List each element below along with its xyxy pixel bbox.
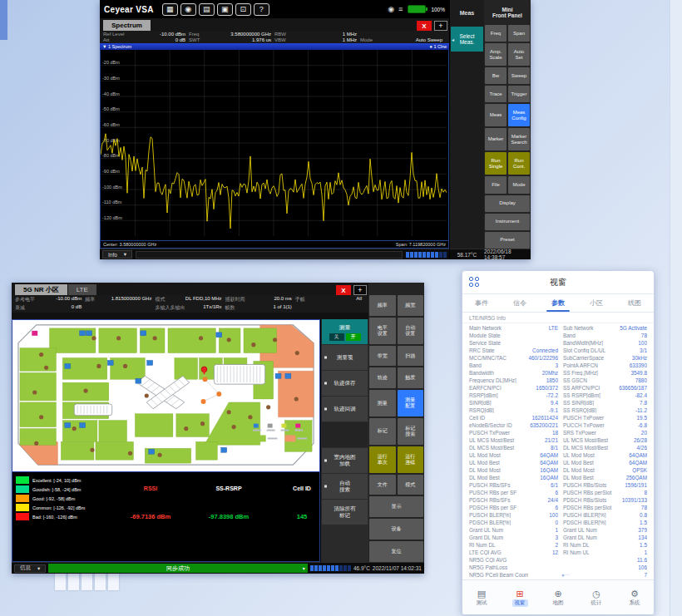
tab-lte[interactable]: LTE xyxy=(68,284,96,295)
display-button[interactable]: Display xyxy=(485,195,530,212)
meas-config-button[interactable]: 测量配置 xyxy=(398,390,424,416)
toggle-off[interactable]: 关 xyxy=(329,333,344,341)
mode-button[interactable]: Mode xyxy=(508,176,530,193)
param-value: 21/21 xyxy=(528,437,558,443)
freq-button[interactable]: Freq xyxy=(485,25,507,42)
layout-icon[interactable]: ▦ xyxy=(162,3,178,16)
nav-system[interactable]: ⚙系统 xyxy=(620,589,649,607)
sync-status-bar[interactable]: 同步成功 ▾ xyxy=(48,564,308,573)
trace-button[interactable]: 轨迹 xyxy=(369,367,396,388)
apps-grid-icon[interactable] xyxy=(469,277,480,288)
meas-button[interactable]: Meas xyxy=(485,104,507,126)
camera-icon[interactable]: ⊡ xyxy=(235,3,251,16)
tab-线图[interactable]: 线图 xyxy=(615,294,654,312)
measurement-dot xyxy=(96,364,101,368)
preset-button[interactable]: Preset xyxy=(485,232,530,249)
legend-swatch xyxy=(16,513,29,520)
vsa-statusbar: Info ▾ xyxy=(100,249,449,259)
level-set-button[interactable]: 电平设置 xyxy=(369,318,396,344)
folder-icon[interactable]: ▤ xyxy=(199,3,215,16)
measurement-dot xyxy=(295,351,299,355)
center-freq-label: Center: 3.580000000 GHz xyxy=(103,242,156,247)
run-single-button[interactable]: 运行单次 xyxy=(369,446,396,473)
soft-meas-items[interactable]: 测量项 xyxy=(322,345,368,370)
y-axis-label: -110 dBm xyxy=(102,200,122,205)
soft-trace-recall[interactable]: 轨迹回调 xyxy=(322,397,368,421)
map-legend-swatch xyxy=(281,424,286,428)
measurement-readout: Excellent: [-24, 10] dBmGoodish: [-58, -… xyxy=(12,472,320,562)
param-label: Slot Config DL/UL xyxy=(558,347,617,353)
param-value: LTE xyxy=(528,325,558,331)
add-tab-button[interactable]: + xyxy=(434,21,447,31)
tab-小区[interactable]: 小区 xyxy=(577,294,615,312)
front-panel-buttons: FreqSpanAmp.ScaleAutoSetBwSweepTraceTrig… xyxy=(484,25,531,249)
pin-icon[interactable]: ◉ xyxy=(388,5,394,13)
instrument-button[interactable]: Instrument xyxy=(485,214,530,230)
help-icon[interactable]: ? xyxy=(254,3,269,16)
meas-config-button[interactable]: MeasConfig xyxy=(508,104,530,126)
display-icon[interactable]: ▣ xyxy=(217,3,233,16)
marker-search-button[interactable]: MarkerSearch xyxy=(508,128,530,150)
progress-segment xyxy=(343,565,347,571)
tab-信令[interactable]: 信令 xyxy=(501,294,539,312)
close-tab-button[interactable]: X xyxy=(417,21,432,31)
trace-header-bar[interactable]: ▼ 1 Spectrum ● 1 Clrw xyxy=(100,43,449,50)
tab-spectrum[interactable]: Spectrum xyxy=(103,20,151,31)
info-label: 信息 xyxy=(20,564,31,572)
close-tab-button[interactable]: X xyxy=(336,285,351,295)
vsa-tab-bar: Spectrum X + xyxy=(100,18,449,31)
info-dropdown[interactable]: 信息 ▾ xyxy=(14,564,46,573)
select-meas-button[interactable]: Select Meas. xyxy=(451,27,483,52)
indoor-map[interactable] xyxy=(12,319,320,472)
display-button[interactable]: 显示 xyxy=(369,496,423,517)
param-label: EARFCN/PCI xyxy=(469,385,528,391)
auto-set-button[interactable]: 自动设置 xyxy=(398,318,424,344)
soft-trace-save[interactable]: 轨迹保存 xyxy=(322,371,368,396)
amp-scale-button[interactable]: Amp.Scale xyxy=(485,43,507,66)
meas-toggle[interactable]: 测量 关 开 xyxy=(322,319,368,344)
nav-stats[interactable]: ◷统计 xyxy=(582,589,610,607)
add-tab-button[interactable]: + xyxy=(353,285,367,295)
trigger-button[interactable]: Trigger xyxy=(508,86,530,102)
freq-button[interactable]: 频率 xyxy=(369,295,396,316)
bw-button[interactable]: 带宽 xyxy=(369,346,396,367)
bw-button[interactable]: Bw xyxy=(485,67,507,84)
meas-button[interactable]: 测量 xyxy=(369,390,396,416)
auto-set-button[interactable]: AutoSet xyxy=(508,43,530,66)
run-single-button[interactable]: RunSingle xyxy=(485,152,507,175)
tab-5g-nr-cell[interactable]: 5G NR 小区 xyxy=(15,284,67,295)
sweep-button[interactable]: 扫描 xyxy=(398,346,424,367)
reset-button[interactable]: 复位 xyxy=(369,541,423,562)
spectrum-plot[interactable]: -20 dBm-30 dBm-40 dBm-50 dBm-60 dBm-70 d… xyxy=(100,50,449,241)
marker-button[interactable]: 标记 xyxy=(369,418,396,445)
toggle-on[interactable]: 开 xyxy=(346,333,361,341)
marker-button[interactable]: Marker xyxy=(485,128,507,150)
marker-search-button[interactable]: 标记搜索 xyxy=(398,418,424,445)
file-button[interactable]: 文件 xyxy=(369,475,396,495)
progress-segment xyxy=(310,565,314,571)
tab-事件[interactable]: 事件 xyxy=(462,294,501,312)
trace-button[interactable]: Trace xyxy=(485,86,507,102)
info-dropdown[interactable]: Info ▾ xyxy=(102,250,132,259)
nav-map[interactable]: ⊕地图 xyxy=(544,589,572,607)
list-icon[interactable]: ≡ xyxy=(398,5,403,13)
mode-button[interactable]: 模式 xyxy=(398,475,424,495)
facility-icon xyxy=(80,331,86,336)
bulb-icon[interactable]: ◉ xyxy=(180,3,196,16)
trigger-button[interactable]: 触发 xyxy=(398,367,424,388)
run-cont-button[interactable]: RunCont. xyxy=(508,152,530,175)
soft-indoor-map-load[interactable]: 室内地图 加载 xyxy=(322,448,368,473)
tab-参数[interactable]: 参数 xyxy=(539,294,577,312)
span-button[interactable]: Span xyxy=(508,25,530,42)
vsa-titlebar[interactable]: Ceyear VSA ▦◉▤▣⊡? ◉≡ 100% xyxy=(100,0,449,18)
battery-icon xyxy=(408,5,426,13)
nav-test[interactable]: ▤测试 xyxy=(467,589,496,607)
file-button[interactable]: File xyxy=(485,176,507,193)
nav-window[interactable]: ⊞视窗 xyxy=(506,589,534,607)
param-value: -10.00 dBm xyxy=(56,296,82,303)
device-button[interactable]: 设备 xyxy=(369,519,423,540)
span-button[interactable]: 频宽 xyxy=(398,295,424,316)
param-label: RSRQ[dB] xyxy=(469,407,528,413)
sweep-button[interactable]: Sweep xyxy=(508,67,530,84)
run-cont-button[interactable]: 运行连续 xyxy=(398,446,424,473)
